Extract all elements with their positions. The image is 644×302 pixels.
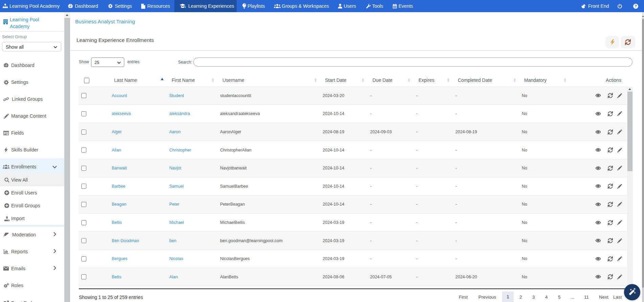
svg-text:?: ? bbox=[635, 4, 637, 8]
